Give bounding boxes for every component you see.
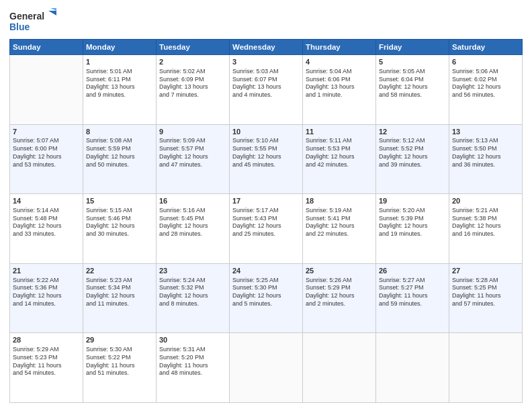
day-number: 12 [379,127,446,137]
weekday-header: Tuesday [157,40,230,55]
cell-info: Sunrise: 5:14 AM Sunset: 5:48 PM Dayligh… [13,207,80,238]
day-number: 26 [379,266,446,276]
weekday-header: Thursday [303,40,376,55]
calendar-cell: 19Sunrise: 5:20 AM Sunset: 5:39 PM Dayli… [376,194,449,264]
cell-info: Sunrise: 5:07 AM Sunset: 6:00 PM Dayligh… [13,137,80,169]
header: General Blue [9,8,523,34]
calendar-cell: 29Sunrise: 5:30 AM Sunset: 5:22 PM Dayli… [83,333,157,403]
cell-info: Sunrise: 5:19 AM Sunset: 5:41 PM Dayligh… [306,207,373,238]
day-number: 2 [159,57,226,67]
cell-info: Sunrise: 5:15 AM Sunset: 5:46 PM Dayligh… [86,207,153,238]
cell-info: Sunrise: 5:20 AM Sunset: 5:39 PM Dayligh… [379,207,446,238]
calendar-cell: 1Sunrise: 5:01 AM Sunset: 6:11 PM Daylig… [83,55,157,125]
calendar-header-row: SundayMondayTuesdayWednesdayThursdayFrid… [10,40,523,55]
day-number: 10 [232,127,300,137]
day-number: 15 [86,196,153,206]
day-number: 7 [13,127,80,137]
cell-info: Sunrise: 5:29 AM Sunset: 5:23 PM Dayligh… [13,346,80,377]
day-number: 11 [306,127,373,137]
svg-text:General: General [9,11,44,21]
logo-svg: General Blue [9,8,63,34]
cell-info: Sunrise: 5:13 AM Sunset: 5:50 PM Dayligh… [452,137,519,169]
day-number: 25 [306,266,373,276]
calendar-cell: 14Sunrise: 5:14 AM Sunset: 5:48 PM Dayli… [10,194,83,264]
day-number: 13 [452,127,519,137]
day-number: 14 [13,196,80,206]
cell-info: Sunrise: 5:26 AM Sunset: 5:29 PM Dayligh… [306,277,373,308]
calendar-week-row: 1Sunrise: 5:01 AM Sunset: 6:11 PM Daylig… [10,55,523,125]
calendar-week-row: 7Sunrise: 5:07 AM Sunset: 6:00 PM Daylig… [10,124,523,194]
cell-info: Sunrise: 5:04 AM Sunset: 6:06 PM Dayligh… [306,68,373,99]
day-number: 16 [159,196,226,206]
cell-info: Sunrise: 5:30 AM Sunset: 5:22 PM Dayligh… [86,346,153,377]
calendar-cell: 21Sunrise: 5:22 AM Sunset: 5:36 PM Dayli… [10,263,83,333]
calendar-cell: 7Sunrise: 5:07 AM Sunset: 6:00 PM Daylig… [10,124,83,194]
cell-info: Sunrise: 5:17 AM Sunset: 5:43 PM Dayligh… [232,207,300,238]
day-number: 19 [379,196,446,206]
calendar-cell: 17Sunrise: 5:17 AM Sunset: 5:43 PM Dayli… [230,194,303,264]
day-number: 29 [86,335,153,345]
cell-info: Sunrise: 5:02 AM Sunset: 6:09 PM Dayligh… [159,68,226,99]
day-number: 24 [232,266,300,276]
calendar-cell: 20Sunrise: 5:21 AM Sunset: 5:38 PM Dayli… [449,194,523,264]
calendar-cell: 2Sunrise: 5:02 AM Sunset: 6:09 PM Daylig… [157,55,230,125]
cell-info: Sunrise: 5:01 AM Sunset: 6:11 PM Dayligh… [86,68,153,99]
weekday-header: Saturday [449,40,523,55]
day-number: 20 [452,196,519,206]
day-number: 4 [306,57,373,67]
cell-info: Sunrise: 5:08 AM Sunset: 5:59 PM Dayligh… [86,137,153,169]
cell-info: Sunrise: 5:31 AM Sunset: 5:20 PM Dayligh… [159,346,226,377]
cell-info: Sunrise: 5:27 AM Sunset: 5:27 PM Dayligh… [379,277,446,308]
calendar-cell: 23Sunrise: 5:24 AM Sunset: 5:32 PM Dayli… [157,263,230,333]
day-number: 9 [159,127,226,137]
calendar-cell: 24Sunrise: 5:25 AM Sunset: 5:30 PM Dayli… [230,263,303,333]
svg-marker-2 [48,11,56,15]
weekday-header: Wednesday [230,40,303,55]
cell-info: Sunrise: 5:11 AM Sunset: 5:53 PM Dayligh… [306,137,373,169]
calendar-cell: 6Sunrise: 5:06 AM Sunset: 6:02 PM Daylig… [449,55,523,125]
cell-info: Sunrise: 5:24 AM Sunset: 5:32 PM Dayligh… [159,277,226,308]
day-number: 18 [306,196,373,206]
calendar-week-row: 28Sunrise: 5:29 AM Sunset: 5:23 PM Dayli… [10,333,523,403]
weekday-header: Friday [376,40,449,55]
calendar-cell: 9Sunrise: 5:09 AM Sunset: 5:57 PM Daylig… [157,124,230,194]
calendar-cell: 5Sunrise: 5:05 AM Sunset: 6:04 PM Daylig… [376,55,449,125]
calendar-cell: 11Sunrise: 5:11 AM Sunset: 5:53 PM Dayli… [303,124,376,194]
day-number: 22 [86,266,153,276]
day-number: 21 [13,266,80,276]
cell-info: Sunrise: 5:21 AM Sunset: 5:38 PM Dayligh… [452,207,519,238]
calendar-cell: 12Sunrise: 5:12 AM Sunset: 5:52 PM Dayli… [376,124,449,194]
cell-info: Sunrise: 5:16 AM Sunset: 5:45 PM Dayligh… [159,207,226,238]
calendar-cell [376,333,449,403]
cell-info: Sunrise: 5:12 AM Sunset: 5:52 PM Dayligh… [379,137,446,169]
calendar-cell: 28Sunrise: 5:29 AM Sunset: 5:23 PM Dayli… [10,333,83,403]
calendar-cell: 13Sunrise: 5:13 AM Sunset: 5:50 PM Dayli… [449,124,523,194]
weekday-header: Monday [83,40,157,55]
day-number: 6 [452,57,519,67]
cell-info: Sunrise: 5:23 AM Sunset: 5:34 PM Dayligh… [86,277,153,308]
calendar-cell: 18Sunrise: 5:19 AM Sunset: 5:41 PM Dayli… [303,194,376,264]
calendar-cell [449,333,523,403]
calendar-cell: 27Sunrise: 5:28 AM Sunset: 5:25 PM Dayli… [449,263,523,333]
calendar-week-row: 14Sunrise: 5:14 AM Sunset: 5:48 PM Dayli… [10,194,523,264]
calendar-cell: 30Sunrise: 5:31 AM Sunset: 5:20 PM Dayli… [157,333,230,403]
cell-info: Sunrise: 5:06 AM Sunset: 6:02 PM Dayligh… [452,68,519,99]
cell-info: Sunrise: 5:22 AM Sunset: 5:36 PM Dayligh… [13,277,80,308]
cell-info: Sunrise: 5:25 AM Sunset: 5:30 PM Dayligh… [232,277,300,308]
page: General Blue SundayMondayTuesdayWednesda… [0,0,532,411]
svg-marker-3 [50,8,56,11]
cell-info: Sunrise: 5:10 AM Sunset: 5:55 PM Dayligh… [232,137,300,169]
day-number: 17 [232,196,300,206]
day-number: 8 [86,127,153,137]
cell-info: Sunrise: 5:03 AM Sunset: 6:07 PM Dayligh… [232,68,300,99]
calendar-cell [230,333,303,403]
calendar-cell [10,55,83,125]
calendar-cell: 15Sunrise: 5:15 AM Sunset: 5:46 PM Dayli… [83,194,157,264]
svg-text:Blue: Blue [9,21,30,32]
calendar-cell: 3Sunrise: 5:03 AM Sunset: 6:07 PM Daylig… [230,55,303,125]
day-number: 1 [86,57,153,67]
day-number: 27 [452,266,519,276]
day-number: 3 [232,57,300,67]
calendar-cell [303,333,376,403]
cell-info: Sunrise: 5:09 AM Sunset: 5:57 PM Dayligh… [159,137,226,169]
